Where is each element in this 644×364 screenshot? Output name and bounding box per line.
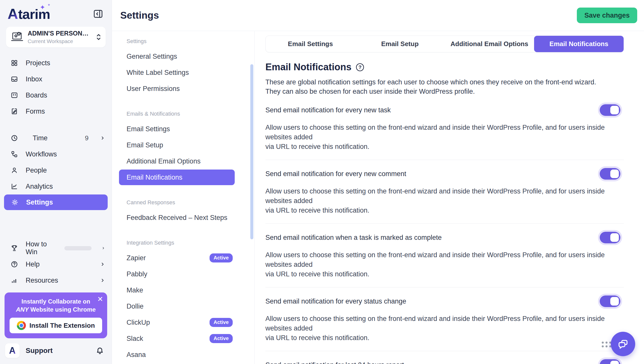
- person-icon: [10, 167, 19, 174]
- close-icon[interactable]: ✕: [97, 295, 103, 303]
- sidebar-item-label: Inbox: [26, 75, 42, 83]
- setting-description: Allow users to choose this setting on th…: [265, 314, 624, 343]
- sidebar-item-label: Boards: [26, 91, 47, 99]
- chrome-icon: [17, 321, 26, 330]
- sidebar-nav-primary: Projects Inbox Boards Forms: [0, 55, 112, 119]
- sidebar-item-how-to-win[interactable]: How to Win: [0, 240, 112, 256]
- question-circle-icon: [10, 260, 19, 268]
- status-badge: Active: [210, 334, 233, 343]
- subsidebar-item-user-permissions[interactable]: User Permissions: [112, 81, 254, 97]
- tab-email-notifications[interactable]: Email Notifications: [534, 36, 624, 52]
- sidebar-item-settings[interactable]: Settings: [4, 194, 108, 210]
- subsidebar-item-make[interactable]: Make: [112, 282, 254, 298]
- workspace-selector[interactable]: ADMIN'S PERSONAL ... Current Workspace: [6, 27, 106, 47]
- sidebar-item-label: People: [26, 167, 47, 174]
- sidebar-item-time[interactable]: Time 9: [0, 130, 112, 146]
- setting-row-status-change: Send email notification for every status…: [265, 287, 624, 351]
- toggle-new-task[interactable]: [600, 104, 620, 116]
- tab-additional-email-options[interactable]: Additional Email Options: [445, 36, 534, 52]
- install-extension-label: Install The Extension: [29, 322, 95, 329]
- status-badge: Active: [210, 318, 233, 327]
- tab-email-setup[interactable]: Email Setup: [355, 36, 445, 52]
- sparkle-plus-icon: +: [48, 3, 50, 7]
- atarim-mark-logo[interactable]: A: [5, 343, 20, 358]
- sidebar-item-projects[interactable]: Projects: [0, 55, 112, 71]
- sidebar-collapse-button[interactable]: [92, 8, 104, 19]
- toggle-task-complete[interactable]: [600, 232, 620, 243]
- subsidebar-section-header: Settings: [112, 34, 254, 48]
- setting-description: Allow users to choose this setting on th…: [265, 250, 624, 279]
- subsidebar-scrollbar[interactable]: [250, 64, 253, 239]
- section-description: These are global notification settings f…: [265, 78, 624, 96]
- sidebar-item-forms[interactable]: Forms: [0, 103, 112, 119]
- setting-row-task-complete: Send email notification when a task is m…: [265, 224, 624, 287]
- sidebar-item-inbox[interactable]: Inbox: [0, 71, 112, 87]
- logo-row: Atarim ✦ +: [0, 0, 112, 23]
- setting-label: Send email notification for every status…: [265, 297, 406, 305]
- toggle-new-comment[interactable]: [600, 168, 620, 180]
- subsidebar-item-pabbly[interactable]: Pabbly: [112, 266, 254, 282]
- toggle-24h-report[interactable]: [600, 359, 620, 364]
- install-extension-button[interactable]: Install The Extension: [10, 318, 102, 333]
- sidebar-footer: A Support: [0, 338, 112, 364]
- main-content: Email Settings Email Setup Additional Em…: [255, 31, 644, 364]
- clock-icon: [10, 134, 19, 142]
- sidebar-item-workflows[interactable]: Workflows: [0, 146, 112, 162]
- sidebar-item-people[interactable]: People: [0, 162, 112, 178]
- subsidebar-item-additional-email-options[interactable]: Additional Email Options: [112, 153, 254, 169]
- sidebar-item-resources[interactable]: Resources: [0, 272, 112, 288]
- setting-description: Allow users to choose this setting on th…: [265, 186, 624, 215]
- subsidebar-item-general-settings[interactable]: General Settings: [112, 48, 254, 64]
- subsidebar-item-clickup[interactable]: ClickUp Active: [112, 314, 254, 330]
- how-to-win-progress: [64, 246, 92, 250]
- sidebar-item-label: Analytics: [26, 183, 53, 190]
- sidebar-item-label: Time: [33, 134, 48, 142]
- subsidebar-item-email-settings[interactable]: Email Settings: [112, 121, 254, 137]
- sidebar-item-analytics[interactable]: Analytics: [0, 178, 112, 194]
- subsidebar-item-zapier[interactable]: Zapier Active: [112, 250, 254, 266]
- inbox-icon: [10, 75, 19, 83]
- logo-letter-a: A: [8, 7, 18, 21]
- chat-widget-button[interactable]: [611, 332, 635, 356]
- subsidebar-item-email-notifications[interactable]: Email Notifications: [119, 170, 235, 185]
- chevron-up-down-icon: [96, 33, 102, 41]
- sidebar-item-boards[interactable]: Boards: [0, 87, 112, 103]
- bell-icon[interactable]: [96, 346, 104, 355]
- trophy-icon: [10, 244, 19, 252]
- sidebar-item-help[interactable]: Help: [0, 256, 112, 272]
- save-changes-button[interactable]: Save changes: [577, 8, 637, 23]
- subsidebar-section-header: Emails & Notifications: [112, 107, 254, 121]
- sidebar-item-label: Resources: [26, 277, 58, 284]
- kanban-icon: [10, 91, 19, 99]
- clipboard-pen-icon: [10, 108, 19, 115]
- help-circle-icon[interactable]: ?: [355, 62, 365, 72]
- subsidebar-item-white-label-settings[interactable]: White Label Settings: [112, 64, 254, 81]
- subsidebar-item-slack[interactable]: Slack Active: [112, 330, 254, 347]
- status-badge: Active: [210, 253, 233, 262]
- setting-label: Send email notification for last 24 hour…: [265, 361, 404, 364]
- setting-description: Allow users to choose this setting on th…: [265, 123, 624, 151]
- subsidebar-item-asana[interactable]: Asana: [112, 347, 254, 363]
- support-label: Support: [26, 347, 90, 355]
- promo-title: Instantly Collaborate on ANY Website usi…: [10, 297, 102, 314]
- workspace-name: ADMIN'S PERSONAL ...: [28, 30, 92, 37]
- line-chart-icon: [10, 183, 19, 190]
- chevron-right-icon: [100, 262, 105, 267]
- subsidebar-item-feedback-received[interactable]: Feedback Received – Next Steps: [112, 210, 254, 226]
- tab-email-settings[interactable]: Email Settings: [266, 36, 355, 52]
- workspace-texts: ADMIN'S PERSONAL ... Current Workspace: [28, 30, 92, 44]
- svg-text:?: ?: [358, 64, 361, 70]
- setting-row-new-task: Send email notification for every new ta…: [265, 96, 624, 160]
- collapse-sidebar-icon: [93, 10, 103, 18]
- chrome-extension-promo-card: ✕ Instantly Collaborate on ANY Website u…: [5, 292, 107, 338]
- atarim-logo[interactable]: Atarim ✦ +: [8, 7, 50, 21]
- toggle-status-change[interactable]: [600, 295, 620, 307]
- drag-handle-dots-icon[interactable]: [602, 342, 611, 347]
- bar-chart-icon: [10, 277, 19, 284]
- sidebar-item-label: Help: [26, 260, 40, 268]
- sidebar-nav-tertiary: How to Win Help Resources: [0, 240, 112, 288]
- subsidebar-item-email-setup[interactable]: Email Setup: [112, 137, 254, 153]
- page-title: Settings: [120, 10, 159, 21]
- subsidebar-section-header: Canned Responses: [112, 195, 254, 210]
- subsidebar-item-dollie[interactable]: Dollie: [112, 298, 254, 314]
